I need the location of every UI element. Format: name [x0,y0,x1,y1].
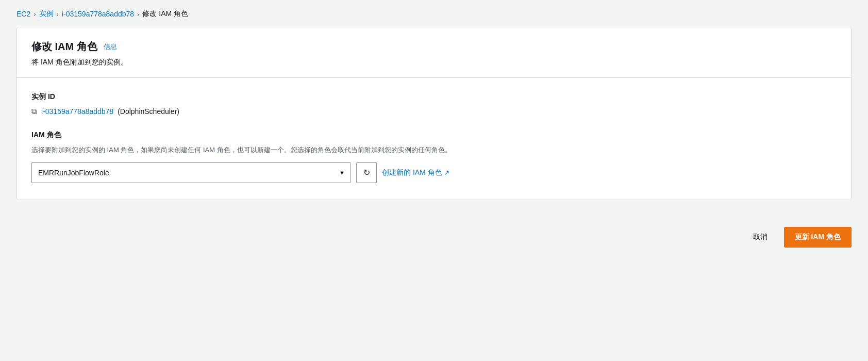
breadcrumb-separator-3: › [137,10,139,18]
iam-role-select[interactable]: EMRRunJobFlowRole [31,162,351,183]
instance-id-link[interactable]: i-03159a778a8addb78 [41,107,113,116]
breadcrumb-current-page: 修改 IAM 角色 [142,9,188,19]
card-title-row: 修改 IAM 角色 信息 [31,40,837,54]
breadcrumb-instances[interactable]: 实例 [39,9,54,19]
info-link[interactable]: 信息 [104,42,117,52]
breadcrumb-separator-1: › [34,10,36,18]
cancel-button[interactable]: 取消 [745,228,776,246]
page-title: 修改 IAM 角色 [31,40,97,54]
card-subtitle: 将 IAM 角色附加到您的实例。 [31,58,837,67]
iam-role-description: 选择要附加到您的实例的 IAM 角色，如果您尚未创建任何 IAM 角色，也可以新… [31,145,837,155]
card-header: 修改 IAM 角色 信息 将 IAM 角色附加到您的实例。 [17,27,851,78]
breadcrumb-ec2[interactable]: EC2 [16,10,30,18]
breadcrumb-instance-id[interactable]: i-03159a778a8addb78 [62,10,134,18]
instance-name: (DolphinScheduler) [118,107,179,116]
refresh-button[interactable]: ↻ [356,162,377,183]
refresh-icon: ↻ [363,168,370,177]
iam-role-label: IAM 角色 [31,130,837,140]
main-card: 修改 IAM 角色 信息 将 IAM 角色附加到您的实例。 实例 ID ⧉ i-… [16,27,852,200]
create-iam-role-link[interactable]: 创建新的 IAM 角色 ↗ [382,168,449,177]
role-select-wrapper: EMRRunJobFlowRole ▼ [31,162,351,183]
create-role-link-text: 创建新的 IAM 角色 [382,168,442,177]
breadcrumb-separator-2: › [57,10,59,18]
breadcrumb: EC2 › 实例 › i-03159a778a8addb78 › 修改 IAM … [0,0,868,27]
instance-id-label: 实例 ID [31,92,837,102]
footer-actions: 取消 更新 IAM 角色 [0,217,868,258]
update-iam-role-button[interactable]: 更新 IAM 角色 [784,227,852,248]
role-select-row: EMRRunJobFlowRole ▼ ↻ 创建新的 IAM 角色 ↗ [31,162,837,183]
copy-icon[interactable]: ⧉ [31,107,37,116]
instance-id-row: ⧉ i-03159a778a8addb78 (DolphinScheduler) [31,107,837,116]
external-link-icon: ↗ [444,169,449,176]
card-body: 实例 ID ⧉ i-03159a778a8addb78 (DolphinSche… [17,78,851,200]
